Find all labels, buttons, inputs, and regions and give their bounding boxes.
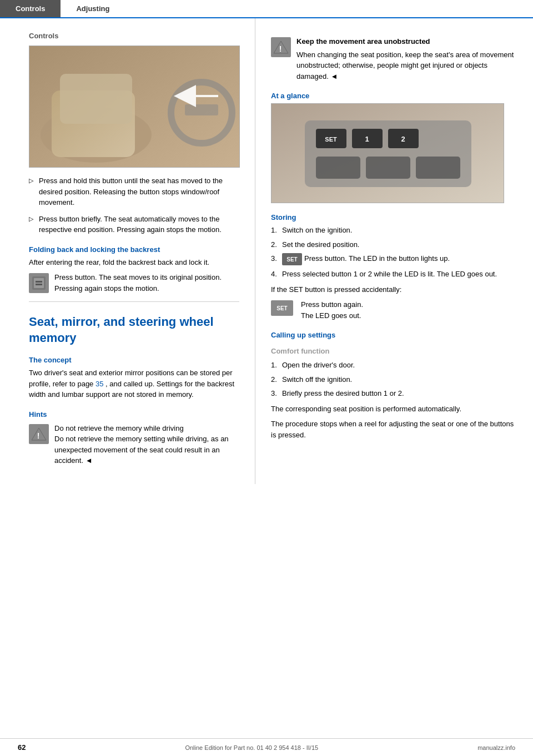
step-num-3: 3. bbox=[271, 253, 282, 264]
c-step-num-3: 3. bbox=[271, 388, 282, 399]
seat-image bbox=[29, 46, 240, 168]
page-number: 62 bbox=[18, 743, 26, 752]
bullet-item-2: ▷ Press button briefly. The seat automat… bbox=[29, 214, 239, 235]
press-icon bbox=[29, 273, 49, 293]
svg-rect-5 bbox=[185, 104, 218, 115]
storing-step-3: 3. SET Press button. The LED in the butt… bbox=[271, 253, 515, 265]
bullet-text-2: Press button briefly. The seat automatic… bbox=[39, 214, 239, 235]
set-accident-text: If the SET button is pressed accidentall… bbox=[271, 284, 515, 295]
hint-box: ! Do not retrieve the memory while drivi… bbox=[29, 423, 239, 466]
c-step-text-2: Switch off the ignition. bbox=[282, 374, 352, 385]
hint-end-mark: ◄ bbox=[86, 456, 93, 465]
at-a-glance-image: SET 1 2 bbox=[271, 103, 504, 203]
hint-text-block: Do not retrieve the memory while driving… bbox=[54, 423, 239, 466]
step-text-1: Switch on the ignition. bbox=[282, 225, 352, 236]
seat-image-inner bbox=[29, 46, 239, 167]
c-step-num-2: 2. bbox=[271, 374, 282, 385]
right-column: ! Keep the movement area unobstructed Wh… bbox=[255, 18, 533, 484]
top-warning-icon: ! bbox=[271, 37, 291, 57]
concept-link[interactable]: 35 bbox=[95, 380, 103, 388]
svg-text:1: 1 bbox=[365, 135, 369, 143]
storing-step-4: 4. Press selected button 1 or 2 while th… bbox=[271, 269, 515, 280]
footer-right: manualzz.info bbox=[477, 744, 515, 751]
svg-text:2: 2 bbox=[401, 135, 405, 143]
svg-rect-10 bbox=[36, 281, 42, 283]
fold-body: After entering the rear, fold the backre… bbox=[29, 257, 239, 268]
set-led-out: The LED goes out. bbox=[301, 310, 363, 321]
svg-rect-3 bbox=[60, 74, 132, 124]
step-text-2: Set the desired position. bbox=[282, 239, 359, 250]
footer: 62 Online Edition for Part no. 01 40 2 9… bbox=[0, 738, 533, 756]
concept-body: Two driver's seat and exterior mirror po… bbox=[29, 367, 239, 400]
tab-adjusting[interactable]: Adjusting bbox=[61, 0, 125, 17]
comfort-body-1: The corresponding seat position is perfo… bbox=[271, 404, 515, 415]
controls-title: Controls bbox=[29, 32, 239, 40]
warning-title: Keep the movement area unobstructed bbox=[296, 36, 515, 47]
svg-rect-25 bbox=[366, 157, 410, 179]
comfort-step-3: 3. Briefly press the desired button 1 or… bbox=[271, 388, 515, 399]
fold-title: Folding back and locking the backrest bbox=[29, 245, 239, 254]
top-warning-box: ! Keep the movement area unobstructed Wh… bbox=[271, 36, 515, 82]
step-num-2: 2. bbox=[271, 239, 282, 250]
bullet-arrow-1: ▷ bbox=[29, 176, 39, 185]
warning-icon: ! bbox=[29, 424, 49, 444]
top-warning-text-block: Keep the movement area unobstructed When… bbox=[296, 36, 515, 82]
set-accident-steps: Press button again. The LED goes out. bbox=[301, 299, 363, 321]
main-content: Controls bbox=[0, 18, 533, 484]
c-step-text-3: Briefly press the desired button 1 or 2. bbox=[282, 388, 404, 399]
comfort-step-2: 2. Switch off the ignition. bbox=[271, 374, 515, 385]
step-set-btn: SET bbox=[282, 253, 304, 265]
hint-text-1: Do not retrieve the memory while driving bbox=[54, 423, 239, 434]
divider-1 bbox=[29, 301, 239, 302]
warning-body: When changing the seat position, keep th… bbox=[296, 49, 515, 82]
storing-list: 1. Switch on the ignition. 2. Set the de… bbox=[271, 225, 515, 280]
step-text-4: Press selected button 1 or 2 while the L… bbox=[282, 269, 497, 280]
storing-step-1: 1. Switch on the ignition. bbox=[271, 225, 515, 236]
bullet-text-1: Press and hold this button until the sea… bbox=[39, 175, 239, 208]
set-btn-accident-icon: SET bbox=[271, 300, 293, 316]
left-column: Controls bbox=[0, 18, 255, 484]
concept-title: The concept bbox=[29, 356, 239, 364]
set-accident-box: SET Press button again. The LED goes out… bbox=[271, 299, 515, 321]
fold-warning-box: Press button. The seat moves to its orig… bbox=[29, 272, 239, 294]
svg-rect-11 bbox=[36, 284, 42, 285]
set-button-icon: SET bbox=[282, 253, 302, 265]
svg-text:!: ! bbox=[37, 431, 40, 440]
bullet-item-1: ▷ Press and hold this button until the s… bbox=[29, 175, 239, 208]
svg-text:!: ! bbox=[279, 44, 282, 53]
header-tabs: Controls Adjusting bbox=[0, 0, 533, 18]
step-text-3: Press button. The LED in the button ligh… bbox=[304, 253, 450, 264]
seat-mirror-title: Seat, mirror, and steering wheel memory bbox=[29, 314, 239, 346]
bullet-arrow-2: ▷ bbox=[29, 214, 39, 224]
svg-text:SET: SET bbox=[325, 136, 337, 143]
c-step-num-1: 1. bbox=[271, 360, 282, 371]
hints-title: Hints bbox=[29, 410, 239, 419]
at-a-glance-title: At a glance bbox=[271, 92, 515, 100]
svg-rect-26 bbox=[416, 157, 460, 179]
set-press-again: Press button again. bbox=[301, 299, 363, 310]
comfort-step-1: 1. Open the driver's door. bbox=[271, 360, 515, 371]
hint-text-2: Do not retrieve the memory setting while… bbox=[54, 434, 239, 466]
step-num-4: 4. bbox=[271, 269, 282, 280]
calling-title: Calling up settings bbox=[271, 331, 515, 339]
tab-controls[interactable]: Controls bbox=[0, 0, 61, 17]
storing-title: Storing bbox=[271, 213, 515, 221]
step-num-1: 1. bbox=[271, 225, 282, 236]
comfort-body-2: The procedure stops when a reel for adju… bbox=[271, 419, 515, 440]
footer-copy: Online Edition for Part no. 01 40 2 954 … bbox=[185, 744, 318, 751]
fold-warning-text: Press button. The seat moves to its orig… bbox=[54, 272, 239, 294]
svg-rect-24 bbox=[316, 157, 360, 179]
comfort-list: 1. Open the driver's door. 2. Switch off… bbox=[271, 360, 515, 399]
svg-rect-9 bbox=[34, 278, 44, 288]
comfort-title: Comfort function bbox=[271, 347, 515, 355]
storing-step-2: 2. Set the desired position. bbox=[271, 239, 515, 250]
c-step-text-1: Open the driver's door. bbox=[282, 360, 355, 371]
